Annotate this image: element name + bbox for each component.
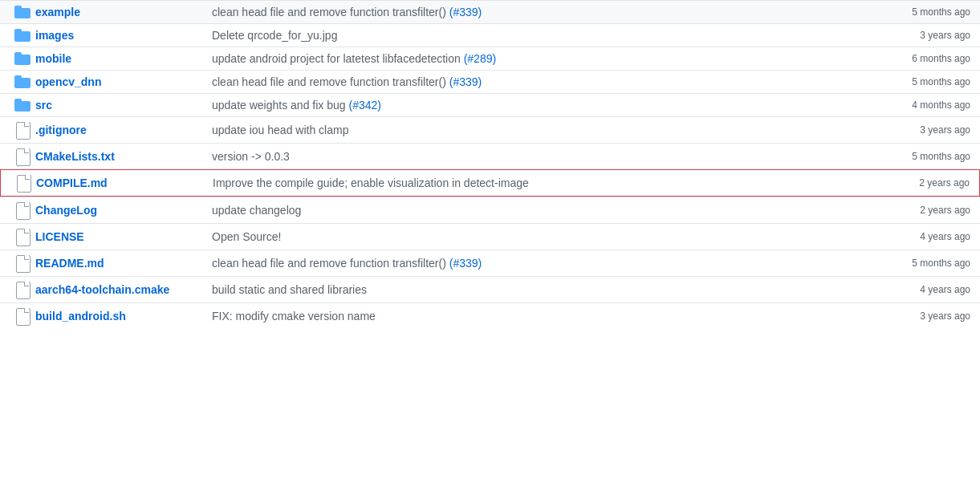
commit-message-text: version -> 0.0.3: [212, 150, 290, 163]
commit-time: 2 years ago: [866, 205, 970, 216]
commit-message-text: Open Source!: [212, 230, 281, 243]
commit-time: 5 months ago: [866, 151, 970, 162]
file-name-link[interactable]: COMPILE.md: [36, 176, 108, 189]
commit-message-text: clean head file and remove function tran…: [212, 6, 449, 18]
commit-time: 5 months ago: [866, 258, 970, 269]
file-icon: [17, 175, 30, 191]
commit-message-text: update changelog: [212, 204, 301, 217]
commit-message: Improve the compile guide; enable visual…: [213, 176, 865, 189]
commit-link[interactable]: (#342): [348, 99, 380, 112]
commit-time: 4 years ago: [866, 231, 970, 242]
file-name-link[interactable]: build_android.sh: [35, 310, 126, 323]
file-name-link[interactable]: README.md: [35, 257, 104, 270]
commit-message: update iou head with clamp: [212, 124, 866, 136]
folder-icon: [14, 99, 30, 112]
table-row: mobileupdate android project for latetes…: [0, 47, 980, 70]
commit-message-text: FIX: modify cmake version name: [212, 310, 376, 323]
commit-message-text: update weights and fix bug: [212, 99, 348, 112]
file-icon: [16, 148, 29, 164]
file-icon: [16, 255, 29, 271]
table-row: COMPILE.mdImprove the compile guide; ena…: [0, 169, 980, 197]
table-row: exampleclean head file and remove functi…: [0, 0, 980, 23]
file-name-link[interactable]: images: [35, 29, 74, 42]
commit-link[interactable]: (#289): [464, 52, 496, 65]
file-name-link[interactable]: aarch64-toolchain.cmake: [35, 283, 169, 296]
file-icon: [16, 202, 29, 218]
table-row: imagesDelete qrcode_for_yu.jpg3 years ag…: [0, 23, 980, 47]
commit-time: 3 years ago: [866, 310, 970, 322]
file-icon: [16, 229, 29, 245]
commit-message-text: build static and shared libraries: [212, 283, 367, 296]
commit-message: update changelog: [212, 204, 866, 217]
table-row: srcupdate weights and fix bug (#342)4 mo…: [0, 93, 980, 116]
commit-message-text: Improve the compile guide; enable visual…: [213, 176, 529, 189]
commit-message-text: clean head file and remove function tran…: [212, 75, 449, 88]
commit-message: FIX: modify cmake version name: [212, 310, 866, 323]
folder-icon: [14, 6, 30, 18]
commit-link[interactable]: (#339): [449, 257, 482, 270]
commit-time: 4 months ago: [866, 99, 970, 111]
file-name-link[interactable]: mobile: [35, 52, 71, 65]
commit-message: build static and shared libraries: [212, 283, 866, 296]
commit-link[interactable]: (#339): [449, 6, 482, 18]
commit-message-text: update android project for latetest libf…: [212, 52, 464, 65]
commit-time: 4 years ago: [866, 284, 970, 295]
table-row: LICENSEOpen Source!4 years ago: [0, 223, 980, 250]
table-row: build_android.shFIX: modify cmake versio…: [0, 302, 980, 329]
watermark: [0, 329, 980, 335]
commit-time: 5 months ago: [866, 76, 970, 87]
commit-message-text: clean head file and remove function tran…: [212, 257, 449, 270]
commit-message: update weights and fix bug (#342): [212, 99, 866, 112]
commit-time: 5 months ago: [866, 6, 970, 18]
file-name-link[interactable]: opencv_dnn: [35, 75, 101, 88]
file-name-link[interactable]: example: [35, 6, 80, 18]
commit-time: 2 years ago: [865, 177, 970, 189]
table-row: CMakeLists.txtversion -> 0.0.35 months a…: [0, 143, 980, 169]
table-row: aarch64-toolchain.cmakebuild static and …: [0, 276, 980, 302]
commit-message-text: Delete qrcode_for_yu.jpg: [212, 29, 337, 42]
table-row: README.mdclean head file and remove func…: [0, 250, 980, 276]
commit-message: clean head file and remove function tran…: [212, 6, 866, 18]
table-row: opencv_dnnclean head file and remove fun…: [0, 70, 980, 93]
commit-time: 3 years ago: [866, 30, 970, 41]
file-name-link[interactable]: ChangeLog: [35, 204, 97, 217]
folder-icon: [14, 29, 30, 42]
commit-time: 3 years ago: [866, 124, 970, 136]
commit-message: clean head file and remove function tran…: [212, 75, 866, 88]
commit-link[interactable]: (#339): [449, 75, 482, 88]
file-name-link[interactable]: CMakeLists.txt: [35, 150, 115, 163]
file-name-link[interactable]: .gitignore: [35, 124, 87, 136]
commit-time: 6 months ago: [866, 53, 970, 64]
table-row: ChangeLogupdate changelog2 years ago: [0, 197, 980, 223]
file-name-link[interactable]: LICENSE: [35, 230, 84, 243]
commit-message-text: update iou head with clamp: [212, 124, 348, 136]
commit-message: update android project for latetest libf…: [212, 52, 866, 65]
commit-message: Open Source!: [212, 230, 866, 243]
file-icon: [16, 282, 29, 298]
folder-icon: [14, 75, 30, 88]
folder-icon: [14, 52, 30, 65]
commit-message: version -> 0.0.3: [212, 150, 866, 163]
file-icon: [16, 122, 29, 138]
table-row: .gitignoreupdate iou head with clamp3 ye…: [0, 116, 980, 143]
file-name-link[interactable]: src: [35, 99, 52, 112]
commit-message: Delete qrcode_for_yu.jpg: [212, 29, 866, 42]
commit-message: clean head file and remove function tran…: [212, 257, 866, 270]
file-icon: [16, 308, 29, 324]
